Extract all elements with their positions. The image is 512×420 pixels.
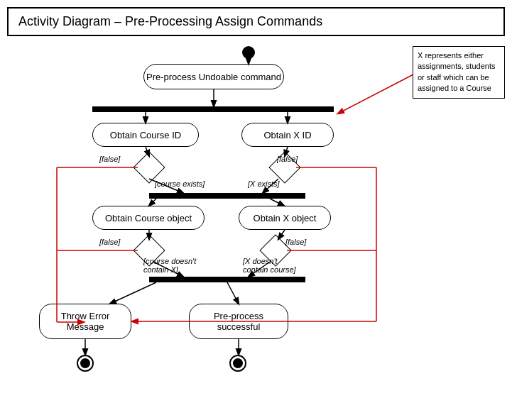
svg-line-12: [149, 199, 156, 206]
label-false1: [false]: [99, 155, 120, 163]
start-circle: [242, 46, 255, 59]
label-x-doesnt-contain-course: [X doesn't contain course]: [243, 257, 296, 274]
node-throw-error: Throw Error Message: [39, 304, 131, 339]
sync-bar-3: [149, 277, 305, 282]
svg-line-23: [227, 282, 239, 304]
svg-line-13: [270, 199, 284, 206]
node-obtain-x-obj: Obtain X object: [239, 206, 331, 230]
node-obtain-course-obj: Obtain Course object: [92, 206, 205, 230]
node-pre-success: Pre-process successful: [189, 304, 288, 339]
diagram-container: Activity Diagram – Pre-Processing Assign…: [0, 0, 512, 420]
label-false4: [false]: [285, 238, 306, 246]
title-text: Activity Diagram – Pre-Processing Assign…: [18, 14, 322, 28]
diagram-title: Activity Diagram – Pre-Processing Assign…: [7, 7, 505, 36]
label-course-exists: [course exists]: [155, 179, 205, 188]
node-obtain-x-id: Obtain X ID: [241, 123, 334, 147]
label-false3: [false]: [99, 238, 120, 246]
svg-line-26: [338, 74, 413, 114]
label-course-doesnt-contain-x: [course doesn't contain X]: [143, 257, 196, 274]
node-obtain-course-id: Obtain Course ID: [92, 123, 199, 147]
end-circle-error: [77, 355, 94, 372]
end-circle-success: [229, 355, 246, 372]
label-false2: [false]: [277, 155, 298, 163]
annotation-box: X represents either assignments, student…: [413, 46, 505, 99]
sync-bar-2: [149, 193, 305, 199]
svg-line-22: [110, 282, 156, 304]
label-x-exists: [X exists]: [248, 179, 280, 188]
sync-bar-1: [92, 106, 334, 112]
node-preprocess: Pre-process Undoable command: [143, 64, 284, 89]
diamond-course-id: [133, 151, 165, 183]
